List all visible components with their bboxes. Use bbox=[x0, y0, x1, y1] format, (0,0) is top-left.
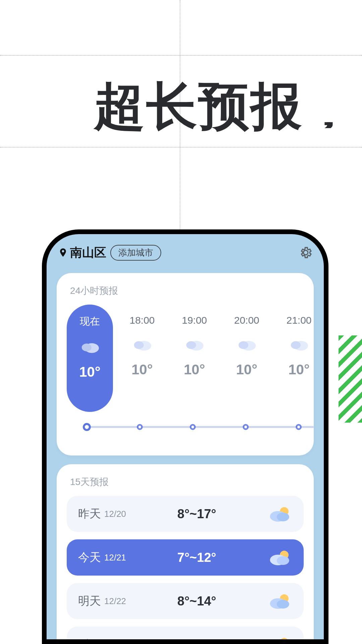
svg-point-18 bbox=[277, 600, 289, 608]
current-location[interactable]: 南山区 bbox=[58, 245, 106, 261]
day-range: 8°~15° bbox=[126, 638, 267, 644]
cloud-icon bbox=[236, 333, 257, 354]
phone-mockup: 南山区 添加城市 24小时预报 现在10°18:0010°19:0010°20:… bbox=[42, 229, 328, 644]
day-range: 7°~12° bbox=[126, 550, 267, 565]
day-row[interactable]: 明天12/228°~14° bbox=[67, 583, 304, 619]
hour-time: 20:00 bbox=[234, 315, 259, 326]
partly-cloudy-icon bbox=[267, 592, 292, 610]
hour-time: 21:00 bbox=[286, 315, 311, 326]
day-date: 12/21 bbox=[104, 552, 126, 563]
day-name: 今天 bbox=[78, 550, 101, 565]
hour-item[interactable]: 现在10° bbox=[67, 305, 113, 412]
location-bar: 南山区 添加城市 bbox=[47, 241, 324, 264]
hour-time: 现在 bbox=[80, 315, 100, 328]
svg-point-3 bbox=[134, 341, 144, 349]
day-range: 8°~17° bbox=[126, 507, 267, 521]
cloud-icon bbox=[132, 333, 153, 354]
hour-temp: 10° bbox=[79, 364, 101, 380]
hour-temp: 10° bbox=[184, 362, 205, 378]
hour-timeline bbox=[87, 426, 314, 428]
day-date: 12/20 bbox=[104, 509, 126, 519]
svg-point-20 bbox=[270, 642, 286, 644]
day-row[interactable]: 今天12/217°~12° bbox=[67, 539, 304, 576]
day-name: 明天 bbox=[78, 593, 101, 609]
svg-point-9 bbox=[291, 341, 301, 349]
hour-item[interactable]: 20:0010° bbox=[224, 305, 270, 412]
location-name: 南山区 bbox=[70, 245, 106, 261]
hour-temp: 10° bbox=[131, 362, 153, 378]
settings-icon[interactable] bbox=[299, 246, 312, 259]
add-city-button[interactable]: 添加城市 bbox=[110, 245, 161, 261]
hour-time: 19:00 bbox=[182, 315, 207, 326]
quote-decor: ,, bbox=[322, 115, 327, 121]
svg-point-5 bbox=[186, 341, 196, 349]
day-range: 8°~14° bbox=[126, 594, 267, 608]
hour-item[interactable]: 19:0010° bbox=[171, 305, 218, 412]
hour-time: 18:00 bbox=[129, 315, 155, 326]
partly-cloudy-icon bbox=[267, 504, 292, 523]
hour-item[interactable]: 18:0010° bbox=[119, 305, 165, 412]
hour-item[interactable]: 21:0010° bbox=[276, 305, 314, 412]
daily-list: 昨天12/208°~17°今天12/217°~12°明天12/228°~14°后… bbox=[67, 496, 304, 644]
headline-text: 超长预报 bbox=[94, 80, 303, 131]
svg-point-19 bbox=[280, 638, 289, 644]
day-name: 昨天 bbox=[78, 506, 101, 522]
daily-title: 15天预报 bbox=[67, 476, 304, 488]
svg-point-1 bbox=[82, 343, 92, 351]
day-row[interactable]: 后天12/238°~15° bbox=[67, 627, 304, 644]
svg-point-7 bbox=[239, 341, 248, 349]
cloud-icon bbox=[79, 336, 100, 357]
svg-point-12 bbox=[277, 513, 289, 521]
location-pin-icon bbox=[58, 248, 68, 258]
hourly-forecast-card: 24小时预报 现在10°18:0010°19:0010°20:0010°21:0… bbox=[57, 273, 314, 455]
cloud-icon bbox=[289, 333, 309, 354]
hour-temp: 10° bbox=[236, 362, 257, 378]
partly-cloudy-icon bbox=[267, 548, 292, 567]
day-row[interactable]: 昨天12/208°~17° bbox=[67, 496, 304, 532]
cloud-icon bbox=[184, 333, 205, 354]
daily-forecast-card: 15天预报 昨天12/208°~17°今天12/217°~12°明天12/228… bbox=[57, 464, 314, 644]
day-date: 12/22 bbox=[104, 596, 126, 606]
svg-point-15 bbox=[277, 556, 289, 565]
stripe-decor bbox=[339, 335, 362, 423]
hourly-list[interactable]: 现在10°18:0010°19:0010°20:0010°21:0010° bbox=[67, 305, 304, 442]
day-name: 后天 bbox=[78, 637, 101, 644]
hourly-title: 24小时预报 bbox=[67, 284, 304, 297]
day-date: 12/23 bbox=[104, 640, 126, 644]
partly-cloudy-icon bbox=[267, 635, 292, 644]
hour-temp: 10° bbox=[288, 362, 310, 378]
